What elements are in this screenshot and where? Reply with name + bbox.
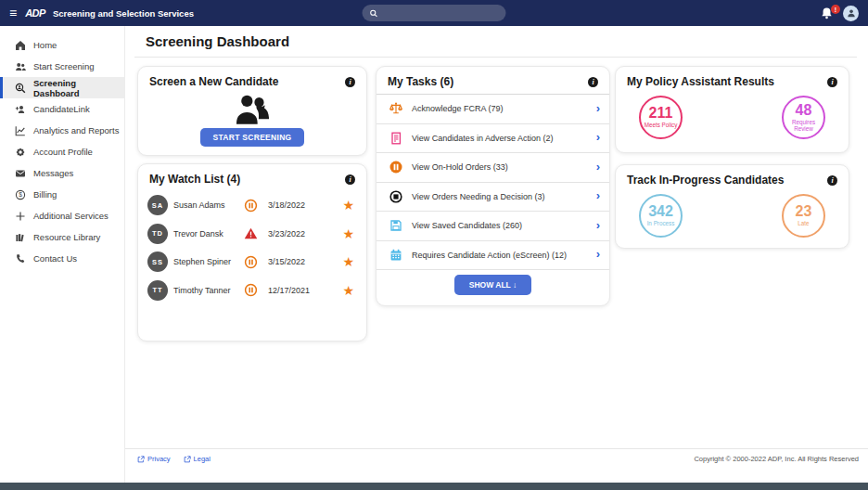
watch-row-trevor-dansk[interactable]: TD Trevor Dansk 3/23/2022 ★ — [138, 220, 366, 249]
card-title: My Policy Assistant Results — [627, 75, 774, 88]
global-search[interactable] — [363, 5, 506, 21]
avatar: SA — [147, 195, 168, 215]
chevron-right-icon: › — [596, 189, 600, 201]
user-avatar-icon[interactable] — [843, 6, 859, 21]
task-row-acknowledge-fcra[interactable]: Acknowledge FCRA (79) › — [377, 95, 609, 124]
legal-link[interactable]: Legal — [184, 455, 211, 463]
stat-label: Late — [798, 220, 809, 226]
chart-icon — [15, 125, 26, 136]
sidebar-item-analytics[interactable]: Analytics and Reports — [0, 120, 124, 141]
chevron-right-icon: › — [596, 219, 600, 231]
show-all-button[interactable]: SHOW ALL ↓ — [454, 275, 531, 295]
pause-circle-icon — [244, 255, 261, 269]
task-row-orders-needing-decision[interactable]: View Orders Needing a Decision (3) › — [377, 183, 609, 213]
stat-label: In Process — [647, 220, 675, 226]
sidebar-item-billing[interactable]: $ Billing — [0, 184, 124, 205]
sidebar-item-additional-services[interactable]: Additional Services — [0, 205, 124, 226]
bottom-bar — [0, 483, 868, 490]
candidate-name: Timothy Tanner — [173, 286, 238, 295]
external-link-icon — [137, 456, 145, 463]
envelope-icon — [15, 168, 26, 179]
sidebar-item-label: Analytics and Reports — [33, 125, 119, 135]
sidebar-nav: Home Start Screening Screening Dashboard… — [0, 26, 125, 483]
avatar: SS — [147, 251, 168, 272]
candidate-name: Trevor Dansk — [173, 229, 238, 239]
avatar: TT — [147, 280, 168, 301]
avatar: TD — [147, 224, 168, 244]
task-row-adverse-action[interactable]: View Candidates in Adverse Action (2) › — [377, 124, 609, 154]
chevron-right-icon: › — [596, 248, 600, 260]
star-icon[interactable]: ★ — [339, 284, 354, 297]
watch-date: 3/18/2022 — [266, 200, 334, 210]
sidebar-item-screening-dashboard[interactable]: Screening Dashboard — [0, 77, 124, 98]
app-title: Screening and Selection Services — [53, 8, 194, 19]
sidebar-item-resource-library[interactable]: Resource Library — [0, 226, 124, 248]
sidebar-item-candidatelink[interactable]: CandidateLink — [0, 98, 124, 120]
task-row-saved-candidates[interactable]: View Saved Candidates (260) › — [377, 212, 609, 241]
info-icon[interactable]: i — [827, 77, 837, 87]
dollar-circle-icon: $ — [15, 189, 26, 200]
sidebar-item-label: CandidateLink — [33, 104, 90, 114]
start-screening-button[interactable]: START SCREENING — [200, 128, 303, 147]
watch-row-stephen-spiner[interactable]: SS Stephen Spiner 3/15/2022 ★ — [138, 248, 366, 277]
stat-meets-policy[interactable]: 211 Meets Policy — [639, 96, 683, 139]
gear-icon — [15, 147, 26, 158]
star-icon[interactable]: ★ — [339, 227, 354, 240]
search-icon — [370, 9, 378, 18]
chevron-right-icon: › — [596, 131, 600, 143]
sidebar-item-account-profile[interactable]: Account Profile — [0, 141, 124, 162]
notification-badge: ! — [831, 5, 840, 14]
star-icon[interactable]: ★ — [339, 255, 354, 268]
card-title: Track In-Progress Candidates — [627, 174, 784, 187]
sidebar-item-contact-us[interactable]: Contact Us — [0, 248, 124, 269]
my-tasks-card: My Tasks (6) i Acknowledge FCRA (79) › V… — [376, 66, 610, 306]
adverse-document-icon — [389, 131, 403, 146]
privacy-link[interactable]: Privacy — [137, 455, 171, 463]
info-icon[interactable]: i — [345, 77, 355, 87]
info-icon[interactable]: i — [827, 175, 837, 186]
star-icon[interactable]: ★ — [339, 199, 354, 212]
watch-row-susan-adams[interactable]: SA Susan Adams 3/18/2022 ★ — [138, 191, 366, 220]
sidebar-item-home[interactable]: Home — [0, 34, 124, 56]
stat-requires-review[interactable]: 48 Requires Review — [782, 96, 825, 139]
task-row-requires-candidate-action[interactable]: Requires Candidate Action (eScreen) (12)… — [377, 241, 609, 271]
search-input[interactable] — [384, 8, 495, 18]
notifications-button[interactable]: ! — [820, 6, 835, 20]
pause-circle-icon — [389, 160, 403, 174]
pause-circle-icon — [244, 199, 261, 213]
info-icon[interactable]: i — [588, 77, 598, 87]
task-label: Requires Candidate Action (eScreen) (12) — [412, 251, 588, 260]
copyright-text: Copyright © 2000-2022 ADP, Inc. All Righ… — [694, 455, 859, 463]
sidebar-item-label: Resource Library — [33, 232, 100, 242]
watch-date: 12/17/2021 — [266, 286, 334, 295]
task-label: Acknowledge FCRA (79) — [412, 104, 588, 113]
footer: Privacy Legal Copyright © 2000-2022 ADP,… — [137, 455, 859, 463]
watch-date: 3/15/2022 — [266, 257, 334, 266]
card-title: My Watch List (4) — [149, 173, 240, 186]
screen-new-candidate-card: Screen a New Candidate i START SCREENING — [137, 66, 367, 156]
card-title: My Tasks (6) — [388, 75, 453, 88]
sidebar-item-label: Account Profile — [33, 147, 93, 157]
watch-row-timothy-tanner[interactable]: TT Timothy Tanner 12/17/2021 ★ — [138, 277, 366, 305]
stat-in-process[interactable]: 342 In Process — [639, 194, 683, 238]
task-label: View Candidates in Adverse Action (2) — [412, 134, 588, 143]
task-label: View Orders Needing a Decision (3) — [412, 192, 588, 201]
sidebar-item-label: Billing — [33, 189, 57, 200]
sidebar-item-start-screening[interactable]: Start Screening — [0, 56, 124, 77]
top-navbar: ≡ ADP Screening and Selection Services ! — [0, 0, 868, 26]
hamburger-menu-icon[interactable]: ≡ — [9, 6, 17, 19]
decision-record-icon — [389, 189, 403, 204]
title-divider — [134, 57, 857, 58]
pause-circle-icon — [244, 283, 261, 297]
task-label: View On-Hold Orders (33) — [412, 162, 588, 172]
watch-list-card: My Watch List (4) i SA Susan Adams 3/18/… — [137, 163, 367, 342]
save-floppy-icon — [389, 218, 403, 233]
info-icon[interactable]: i — [345, 174, 355, 185]
stat-label: Meets Policy — [645, 122, 678, 128]
sidebar-item-messages[interactable]: Messages — [0, 162, 124, 184]
candidate-name: Stephen Spiner — [173, 257, 238, 266]
sidebar-item-label: Messages — [33, 168, 73, 178]
task-row-on-hold-orders[interactable]: View On-Hold Orders (33) › — [377, 153, 609, 183]
stat-late[interactable]: 23 Late — [782, 194, 825, 238]
privacy-label: Privacy — [147, 455, 171, 463]
